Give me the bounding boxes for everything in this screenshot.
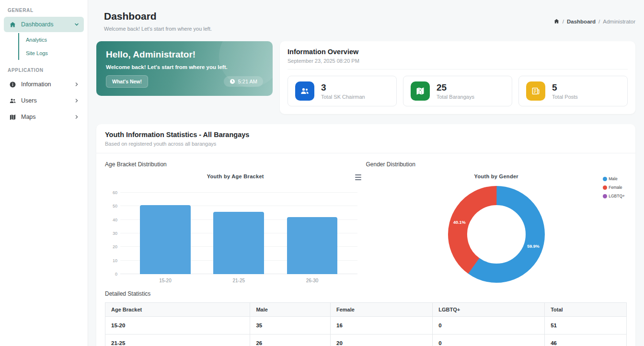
information-overview-card: Information Overview September 23, 2025 …	[280, 41, 635, 114]
x-axis-label: 21-25	[202, 278, 276, 283]
page-title: Dashboard	[104, 11, 212, 22]
x-axis-label: 15-20	[128, 278, 202, 283]
y-axis-tick: 30	[107, 231, 117, 236]
bar	[140, 205, 191, 275]
legend-item-lgbtq+[interactable]: LGBTQ+	[603, 194, 625, 198]
table-header-cell: LGBTQ+	[433, 303, 545, 317]
stat-card-barangays: 25 Total Barangays	[403, 76, 512, 106]
users-group-icon	[295, 81, 314, 101]
table-cell: 20	[331, 334, 433, 346]
table-row: 21-252620046	[105, 334, 627, 346]
breadcrumb-administrator: Administrator	[603, 19, 635, 24]
y-axis-tick: 60	[107, 190, 117, 195]
sidebar-item-maps[interactable]: Maps	[4, 109, 84, 125]
sidebar-section-application: APPLICATION	[0, 64, 88, 76]
sidebar-item-users[interactable]: Users	[4, 93, 84, 108]
breadcrumb-separator: /	[563, 19, 564, 24]
table-cell: 16	[331, 317, 433, 334]
map-icon	[9, 113, 16, 121]
breadcrumb-separator: /	[598, 19, 600, 24]
bar-chart-title: Youth by Age Bracket	[105, 173, 366, 179]
table-header-cell: Male	[250, 303, 331, 317]
table-cell: 35	[250, 317, 331, 334]
table-cell: 0	[433, 334, 545, 346]
legend-label: Female	[609, 185, 622, 190]
chart-legend: MaleFemaleLGBTQ+	[603, 176, 625, 198]
sidebar-item-label: Maps	[21, 114, 36, 120]
stat-value: 5	[552, 82, 578, 93]
table-header-cell: Age Bracket	[105, 303, 250, 317]
home-icon[interactable]	[553, 18, 560, 24]
sidebar-item-analytics[interactable]: Analytics	[19, 33, 88, 46]
users-group-icon	[9, 97, 16, 104]
time-badge: 5:21 AM	[224, 76, 263, 87]
legend-item-male[interactable]: Male	[603, 176, 625, 181]
legend-label: LGBTQ+	[609, 194, 625, 198]
bar	[287, 217, 338, 274]
donut-chart-title: Youth by Gender	[366, 173, 627, 179]
sidebar-item-dashboards[interactable]: Dashboards	[4, 17, 84, 32]
statistics-title: Youth Information Statistics - All Baran…	[105, 131, 627, 138]
whats-new-button[interactable]: What's New!	[106, 75, 148, 88]
table-row: 15-203516051	[105, 317, 627, 334]
donut-data-label: 40.1%	[453, 220, 466, 225]
statistics-subtitle: Based on registered youth across all bar…	[105, 141, 627, 147]
x-axis-label: 26-30	[276, 278, 349, 283]
table-header-cell: Female	[331, 303, 433, 317]
time-label: 5:21 AM	[238, 79, 257, 84]
chevron-right-icon	[74, 115, 79, 119]
sidebar-section-general: GENERAL	[0, 4, 88, 16]
stat-label: Total SK Chairman	[321, 94, 365, 100]
home-icon	[9, 21, 16, 28]
stat-value: 25	[437, 82, 474, 93]
legend-dot	[603, 185, 607, 190]
bar	[213, 212, 264, 274]
sidebar: GENERAL Dashboards Analytics Site Logs A…	[0, 0, 88, 346]
sidebar-item-label: Dashboards	[21, 21, 53, 28]
chevron-down-icon	[74, 22, 79, 27]
y-axis-tick: 0	[107, 272, 117, 277]
table-cell: 46	[545, 334, 627, 346]
sidebar-item-label: Information	[21, 81, 51, 88]
sidebar-subnav: Analytics Site Logs	[18, 33, 88, 60]
clock-icon	[230, 79, 235, 84]
table-cell: 21-25	[105, 334, 250, 346]
chart-menu-icon[interactable]	[354, 173, 362, 181]
y-axis-tick: 10	[107, 258, 117, 263]
youth-statistics-card: Youth Information Statistics - All Baran…	[96, 124, 635, 346]
legend-item-female[interactable]: Female	[603, 185, 625, 190]
map-marker-icon	[411, 81, 430, 101]
bar-chart: 0102030405060 15-2021-2526-30	[107, 185, 357, 283]
table-cell: 26	[250, 334, 331, 346]
sidebar-item-site-logs[interactable]: Site Logs	[19, 46, 88, 60]
sidebar-item-label: Users	[21, 97, 37, 104]
donut-data-label: 59.9%	[527, 244, 540, 249]
hello-title: Hello, Administrator!	[106, 49, 263, 60]
breadcrumb-dashboard[interactable]: Dashboard	[567, 19, 596, 24]
legend-dot	[603, 194, 607, 198]
stat-value: 3	[321, 82, 365, 93]
page-header: Dashboard Welcome back! Let's start from…	[104, 11, 635, 32]
gender-chart-panel: Gender Distribution Youth by Gender 59.9…	[366, 161, 627, 284]
gender-section-label: Gender Distribution	[366, 161, 627, 168]
legend-label: Male	[609, 176, 617, 181]
stat-card-posts: 5 Total Posts	[518, 76, 628, 106]
donut-chart: 59.9%40.1%	[366, 185, 627, 284]
y-axis-tick: 50	[107, 204, 117, 208]
legend-dot	[603, 177, 607, 181]
y-axis-tick: 20	[107, 244, 117, 249]
page-subtitle: Welcome back! Let's start from where you…	[104, 26, 212, 32]
overview-date: September 23, 2025 08:20 PM	[288, 58, 628, 64]
hello-subtitle: Welcome back! Let's start from where you…	[106, 64, 263, 70]
stat-label: Total Barangays	[437, 94, 474, 100]
overview-title: Information Overview	[288, 48, 628, 56]
breadcrumb: / Dashboard / Administrator	[553, 18, 635, 24]
table-cell: 0	[433, 317, 545, 334]
table-cell: 51	[545, 317, 627, 334]
age-bracket-chart-panel: Age Bracket Distribution Youth by Age Br…	[105, 161, 366, 284]
table-label: Detailed Statistics	[105, 290, 627, 297]
sidebar-item-information[interactable]: Information	[4, 77, 84, 92]
table-cell: 15-20	[105, 317, 250, 334]
stat-card-sk-chairman: 3 Total SK Chairman	[288, 76, 397, 106]
chevron-right-icon	[74, 82, 79, 87]
